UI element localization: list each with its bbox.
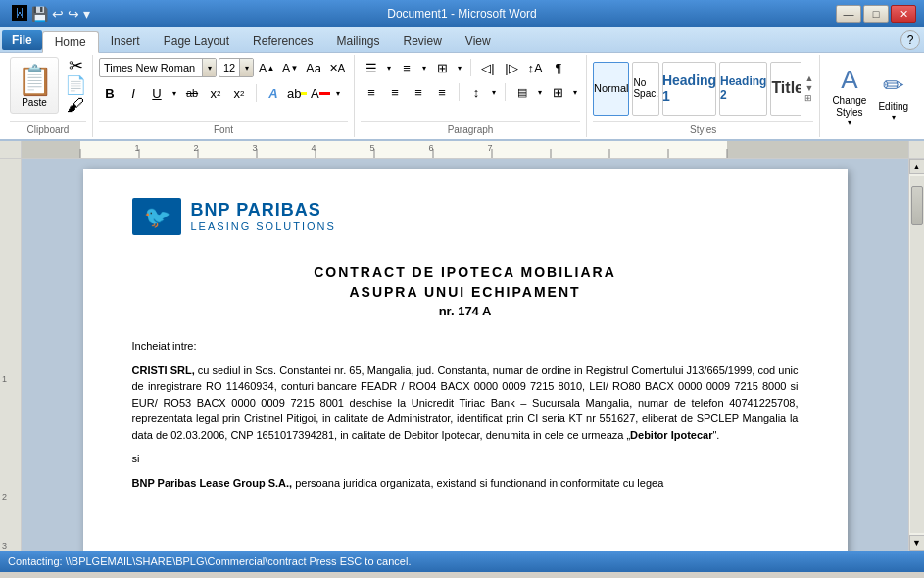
gallery-scroll-up[interactable]: ▲: [804, 73, 813, 83]
tab-page-layout[interactable]: Page Layout: [152, 30, 241, 52]
bold-button[interactable]: B: [99, 82, 121, 104]
tab-home[interactable]: Home: [42, 31, 99, 53]
styles-group: Normal No Spac. Heading 1 Heading 2 Titl…: [587, 55, 820, 137]
font-group: Times New Roman ▾ 12 ▾ A▲ A▼ Aa ✕A B I U…: [93, 55, 355, 137]
subscript-button[interactable]: x2: [205, 82, 226, 104]
customize-qat-button[interactable]: ▾: [83, 6, 90, 22]
help-button[interactable]: ?: [900, 30, 920, 50]
style-title-label: Title: [771, 79, 801, 97]
editing-label: Editing: [878, 101, 908, 113]
editing-arrow[interactable]: ▾: [892, 113, 896, 121]
close-button[interactable]: ✕: [891, 5, 916, 23]
scroll-down-button[interactable]: ▼: [909, 535, 925, 551]
format-painter-button[interactable]: 🖌: [65, 96, 86, 114]
shading-button[interactable]: ▤: [511, 81, 533, 103]
paste-button[interactable]: 📋 Paste: [10, 57, 59, 114]
strikethrough-button[interactable]: ab: [181, 82, 203, 104]
cut-button[interactable]: ✂: [65, 57, 86, 74]
style-heading2[interactable]: Heading 2: [719, 62, 767, 116]
highlight-color-button[interactable]: ab: [286, 82, 308, 104]
change-case-button[interactable]: Aa: [303, 57, 324, 78]
change-styles-button[interactable]: A ChangeStyles ▾: [828, 61, 870, 131]
svg-text:2: 2: [193, 143, 198, 153]
font-name-combo[interactable]: Times New Roman ▾: [99, 58, 217, 77]
maximize-button[interactable]: □: [863, 5, 889, 23]
svg-text:🐦: 🐦: [143, 204, 170, 230]
line-spacing-button[interactable]: ↕: [465, 81, 487, 103]
tab-references[interactable]: References: [241, 30, 324, 52]
document-area[interactable]: 🐦 BNP PARIBAS LEASING SOLUTIONS CONTRACT…: [22, 159, 908, 551]
style-normal[interactable]: Normal: [593, 62, 629, 116]
font-color-dropdown[interactable]: ▾: [333, 82, 343, 104]
left-margin: 1 2 3: [0, 159, 22, 551]
title-bar: 🆆 💾 ↩ ↪ ▾ Document1 - Microsoft Word — □…: [0, 0, 924, 27]
minimize-button[interactable]: —: [836, 5, 861, 23]
line-spacing-dropdown[interactable]: ▾: [489, 81, 499, 103]
borders-button[interactable]: ⊞: [547, 81, 568, 103]
align-right-button[interactable]: ≡: [408, 81, 429, 103]
tab-file[interactable]: File: [2, 30, 42, 50]
main-area: 1 2 3 🐦 BNP PARIBAS LEASING SOLUTIONS: [0, 159, 924, 551]
body-para1: CRISTI SRL, cu sediul in Sos. Constantei…: [132, 362, 799, 444]
grow-font-button[interactable]: A▲: [256, 57, 277, 78]
underline-dropdown[interactable]: ▾: [170, 82, 179, 104]
shrink-font-button[interactable]: A▼: [279, 57, 301, 78]
scroll-up-button[interactable]: ▲: [909, 159, 925, 174]
increase-indent-button[interactable]: |▷: [501, 57, 522, 78]
style-heading1[interactable]: Heading 1: [662, 62, 716, 116]
justify-button[interactable]: ≡: [431, 81, 453, 103]
undo-button[interactable]: ↩: [52, 6, 64, 22]
decrease-indent-button[interactable]: ◁|: [477, 57, 499, 78]
font-color-button[interactable]: A: [310, 82, 331, 104]
align-left-button[interactable]: ≡: [361, 81, 382, 103]
sort-button[interactable]: ↕A: [524, 57, 546, 78]
font-size-dropdown-arrow[interactable]: ▾: [239, 59, 253, 76]
font-name-dropdown-arrow[interactable]: ▾: [202, 59, 216, 76]
change-styles-arrow[interactable]: ▾: [848, 119, 851, 127]
bullets-button[interactable]: ☰: [361, 57, 382, 78]
font-group-label: Font: [99, 121, 348, 135]
gallery-scroll-down[interactable]: ▼: [804, 83, 813, 93]
clipboard-group: 📋 Paste ✂ 📄 🖌 Clipboard: [4, 55, 93, 137]
bullets-dropdown[interactable]: ▾: [384, 57, 394, 78]
borders-dropdown[interactable]: ▾: [570, 81, 580, 103]
gallery-more[interactable]: ⊞: [804, 93, 813, 103]
body-si: si: [132, 451, 799, 467]
svg-rect-0: [22, 141, 80, 158]
underline-button[interactable]: U: [146, 82, 168, 104]
text-effects-button[interactable]: A: [263, 82, 284, 104]
italic-button[interactable]: I: [122, 82, 144, 104]
body-para1-end: ".: [712, 429, 719, 441]
numbering-button[interactable]: ≡: [396, 57, 417, 78]
copy-button[interactable]: 📄: [65, 76, 86, 94]
svg-text:4: 4: [311, 143, 316, 153]
body-intro: Incheiat intre:: [132, 338, 799, 355]
redo-button[interactable]: ↪: [68, 6, 79, 22]
tab-view[interactable]: View: [454, 30, 503, 52]
multilevel-list-button[interactable]: ⊞: [431, 57, 453, 78]
superscript-button[interactable]: x2: [228, 82, 250, 104]
tab-review[interactable]: Review: [391, 30, 453, 52]
align-center-button[interactable]: ≡: [384, 81, 406, 103]
page-number-2: 2: [2, 492, 7, 502]
style-title[interactable]: Title: [770, 62, 801, 116]
clear-format-button[interactable]: ✕A: [326, 57, 348, 78]
font-size-combo[interactable]: 12 ▾: [219, 58, 254, 77]
editing-button[interactable]: ✏ Editing ▾: [874, 67, 912, 125]
svg-rect-1: [727, 141, 908, 158]
show-formatting-button[interactable]: ¶: [548, 57, 569, 78]
multilevel-dropdown[interactable]: ▾: [455, 57, 464, 78]
bnp-bold: BNP Paribas Lease Group S.A.,: [132, 477, 293, 489]
styles-gallery: Normal No Spac. Heading 1 Heading 2 Titl…: [593, 62, 801, 116]
ruler-side: [0, 141, 22, 158]
scroll-track[interactable]: [910, 176, 924, 533]
numbering-dropdown[interactable]: ▾: [419, 57, 429, 78]
scroll-thumb[interactable]: [911, 186, 923, 225]
tab-insert[interactable]: Insert: [99, 30, 152, 52]
contract-title-line1: CONTRACT DE IPOTECA MOBILIARA: [132, 265, 799, 280]
shading-dropdown[interactable]: ▾: [535, 81, 545, 103]
svg-text:5: 5: [369, 143, 374, 153]
tab-mailings[interactable]: Mailings: [324, 30, 391, 52]
save-button[interactable]: 💾: [31, 6, 48, 22]
style-no-spacing[interactable]: No Spac.: [632, 62, 659, 116]
